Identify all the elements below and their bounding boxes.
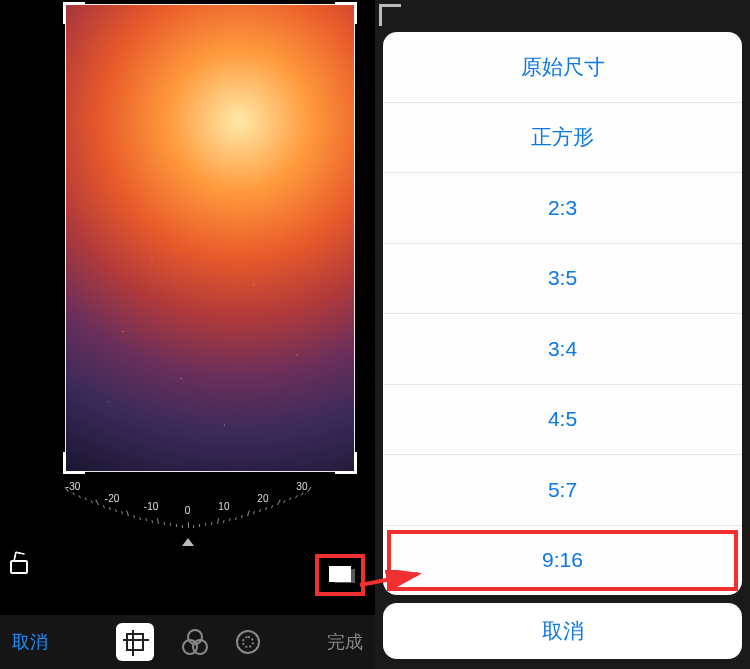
aspect-option-9-16[interactable]: 9:16: [383, 526, 742, 596]
aspect-option-label: 9:16: [542, 548, 583, 572]
dial-label: 0: [185, 505, 191, 516]
aspect-sheet-screen: 原始尺寸 正方形 2:3 3:5 3:4 4:5 5:7 9:16 取消: [375, 0, 750, 669]
done-button[interactable]: 完成: [327, 630, 363, 654]
crop-editor-screen: -30 -20 -10 0 10 20 30 取消 完成: [0, 0, 375, 669]
aspect-option-2-3[interactable]: 2:3: [383, 173, 742, 244]
tab-adjust[interactable]: [236, 630, 260, 654]
tab-crop[interactable]: [116, 623, 154, 661]
crop-edge-right[interactable]: [354, 4, 355, 472]
dial-label: 10: [218, 501, 229, 512]
rotation-dial[interactable]: -30 -20 -10 0 10 20 30: [58, 462, 318, 552]
aspect-option-3-4[interactable]: 3:4: [383, 314, 742, 385]
aspect-option-label: 正方形: [531, 123, 594, 151]
aspect-option-square[interactable]: 正方形: [383, 103, 742, 174]
aspect-option-label: 2:3: [548, 196, 577, 220]
crop-icon: [126, 633, 144, 651]
aspect-option-5-7[interactable]: 5:7: [383, 455, 742, 526]
crop-handle-hint-icon: [379, 4, 401, 26]
photo-preview: [65, 4, 355, 472]
aspect-option-label: 3:5: [548, 266, 577, 290]
aspect-option-label: 4:5: [548, 407, 577, 431]
crop-handle-top-right[interactable]: [335, 2, 357, 24]
editor-tabs: [116, 623, 260, 661]
aspect-ratio-sheet: 原始尺寸 正方形 2:3 3:5 3:4 4:5 5:7 9:16: [383, 32, 742, 595]
dial-label: -10: [144, 501, 158, 512]
aspect-option-label: 原始尺寸: [521, 53, 605, 81]
dial-label: 20: [257, 493, 268, 504]
aspect-ratio-button[interactable]: [315, 554, 365, 596]
crop-frame[interactable]: [65, 4, 355, 472]
crop-edge-left[interactable]: [65, 4, 66, 472]
rotate-icon: [10, 560, 28, 574]
dial-label: -20: [105, 493, 119, 504]
aspect-option-label: 5:7: [548, 478, 577, 502]
aspect-ratio-icon: [329, 566, 351, 582]
rotate-button[interactable]: [10, 560, 38, 588]
aspect-option-label: 3:4: [548, 337, 577, 361]
aspect-option-3-5[interactable]: 3:5: [383, 244, 742, 315]
crop-edge-top[interactable]: [65, 4, 355, 5]
editor-bottom-bar: 取消 完成: [0, 615, 375, 669]
cancel-button[interactable]: 取消: [12, 630, 48, 654]
sheet-cancel-label: 取消: [542, 617, 584, 645]
sheet-cancel-button[interactable]: 取消: [383, 603, 742, 659]
aspect-option-original[interactable]: 原始尺寸: [383, 32, 742, 103]
crop-handle-bottom-right[interactable]: [335, 452, 357, 474]
crop-handle-top-left[interactable]: [63, 2, 85, 24]
tab-filters[interactable]: [182, 629, 208, 655]
dial-label: 30: [296, 481, 307, 492]
dial-indicator-icon: [182, 538, 194, 546]
aspect-option-4-5[interactable]: 4:5: [383, 385, 742, 456]
